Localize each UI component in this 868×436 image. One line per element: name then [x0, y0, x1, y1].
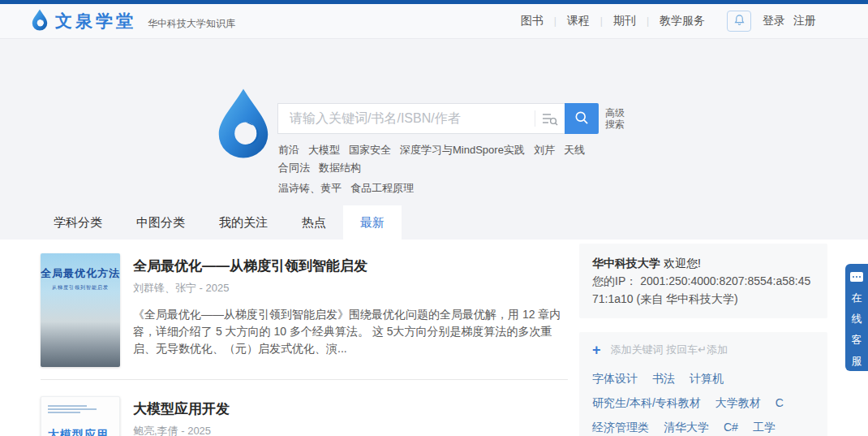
keyword-link[interactable]: 大学教材: [715, 396, 761, 411]
main-content: 全局最优化方法 从梯度引领到智能启发 全局最优化——从梯度引领到智能启发 刘群锋…: [0, 240, 868, 436]
book-list: 全局最优化方法 从梯度引领到智能启发 全局最优化——从梯度引领到智能启发 刘群锋…: [41, 253, 568, 436]
keyword-link[interactable]: 研究生/本科/专科教材: [592, 396, 701, 411]
hot-keyword[interactable]: 刘芹: [534, 143, 555, 158]
wenquan-drop-logo-large-icon: [214, 88, 273, 162]
keyword-link[interactable]: 经济管理类: [592, 421, 649, 435]
book-cover[interactable]: 全局最优化方法 从梯度引领到智能启发: [41, 253, 120, 367]
service-char: 客: [852, 332, 862, 348]
book-cover-subtitle: 从梯度引领到智能启发: [41, 284, 120, 291]
book-list-item: 大模型应用开发 大模型应用开发 鲍亮,李倩 - 2025 《大模型应用开发》系统…: [41, 396, 568, 436]
keyword-link[interactable]: C: [776, 396, 784, 411]
batch-search-icon[interactable]: [535, 110, 558, 127]
tab-latest[interactable]: 最新: [343, 205, 402, 240]
my-keywords-box: + 添加关键词 按回车↵添加 字体设计 书法 计算机 研究生/本科/专科教材 大…: [579, 332, 827, 436]
book-title-link[interactable]: 全局最优化——从梯度引领到智能启发: [133, 257, 571, 275]
keyword-link[interactable]: 清华大学: [664, 421, 709, 435]
keyword-link[interactable]: 工学: [753, 421, 776, 435]
online-service-tab[interactable]: 在 线 客 服: [845, 264, 868, 371]
nav-teaching-services[interactable]: 教学服务: [649, 14, 715, 28]
hot-keyword[interactable]: 天线: [564, 143, 585, 158]
hero-search-section: 高级 搜索 前沿 大模型 国家安全 深度学习与MindSpore实践 刘芹 天线…: [0, 39, 868, 240]
hot-keyword[interactable]: 合同法: [278, 161, 310, 175]
nav-books[interactable]: 图书: [510, 14, 554, 28]
keyword-list: 字体设计 书法 计算机 研究生/本科/专科教材 大学教材 C 经济管理类 清华大…: [592, 372, 814, 435]
search-button[interactable]: [565, 103, 599, 134]
add-keyword-row[interactable]: + 添加关键词 按回车↵添加: [592, 343, 814, 357]
keyword-link[interactable]: C#: [724, 421, 738, 435]
hot-keyword[interactable]: 前沿: [278, 143, 299, 158]
cover-decor-lines: [48, 405, 97, 413]
keyword-link[interactable]: 字体设计: [592, 372, 638, 386]
bell-icon: [733, 14, 746, 29]
chat-bubble-icon: [850, 272, 863, 282]
tab-hot[interactable]: 热点: [285, 205, 343, 240]
book-cover[interactable]: 大模型应用开发: [41, 396, 120, 436]
book-cover-title: 大模型应用开发: [48, 428, 113, 436]
ip-label: 您的IP：: [592, 274, 637, 287]
university-name: 华中科技大学: [592, 257, 660, 270]
hot-keyword[interactable]: 温诗铸、黄平: [278, 181, 342, 196]
advanced-search-link[interactable]: 高级 搜索: [605, 107, 625, 130]
advanced-search-line2: 搜索: [605, 119, 625, 130]
brand-subtitle: 华中科技大学知识库: [148, 17, 235, 31]
advanced-search-line1: 高级: [605, 107, 625, 119]
header-nav: 图书 | 课程 | 期刊 | 教学服务: [510, 14, 715, 28]
hot-keyword[interactable]: 大模型: [308, 143, 340, 158]
add-keyword-placeholder[interactable]: 添加关键词 按回车↵添加: [611, 343, 728, 357]
keyword-link[interactable]: 计算机: [690, 372, 724, 386]
service-char: 服: [852, 353, 862, 369]
nav-journals[interactable]: 期刊: [603, 14, 647, 28]
tab-clc-category[interactable]: 中图分类: [119, 205, 202, 240]
list-divider: [41, 379, 568, 380]
service-char: 线: [852, 311, 862, 327]
book-authors-year: 刘群锋、张宁 - 2025: [133, 281, 571, 296]
hot-keyword[interactable]: 国家安全: [349, 143, 391, 158]
tab-subject-category[interactable]: 学科分类: [37, 205, 119, 240]
book-list-item: 全局最优化方法 从梯度引领到智能启发 全局最优化——从梯度引领到智能启发 刘群锋…: [41, 253, 568, 367]
book-description: 《全局最优化——从梯度引领到智能启发》围绕最优化问题的全局最优解，用 12 章内…: [133, 306, 571, 357]
hot-keyword[interactable]: 食品工程原理: [350, 181, 414, 196]
sidebar: 华中科技大学 欢迎您! 您的IP： 2001:250:4000:8207:855…: [579, 244, 827, 436]
header: 文泉学堂 华中科技大学知识库 图书 | 课程 | 期刊 | 教学服务 登录 注册: [0, 4, 868, 39]
search-magnifier-icon: [574, 110, 590, 128]
notification-bell-button[interactable]: [727, 11, 751, 32]
category-tabs: 学科分类 中图分类 我的关注 热点 最新: [37, 205, 402, 240]
hot-keyword[interactable]: 深度学习与MindSpore实践: [400, 143, 525, 158]
book-title-link[interactable]: 大模型应用开发: [133, 399, 571, 418]
keyword-link[interactable]: 书法: [652, 372, 675, 386]
search-bar: [277, 103, 565, 134]
welcome-text: 欢迎您!: [664, 257, 701, 270]
book-cover-title: 全局最优化方法: [41, 266, 120, 281]
welcome-box: 华中科技大学 欢迎您! 您的IP： 2001:250:4000:8207:855…: [579, 244, 827, 318]
search-input[interactable]: [290, 111, 535, 126]
login-link[interactable]: 登录: [763, 14, 785, 28]
hot-keywords: 前沿 大模型 国家安全 深度学习与MindSpore实践 刘芹 天线 合同法 数…: [278, 143, 611, 201]
brand[interactable]: 文泉学堂 华中科技大学知识库: [31, 9, 235, 34]
tab-my-follows[interactable]: 我的关注: [202, 205, 285, 240]
plus-icon[interactable]: +: [592, 343, 601, 357]
register-link[interactable]: 注册: [793, 14, 816, 28]
book-authors-year: 鲍亮,李倩 - 2025: [133, 424, 571, 436]
wenquan-drop-logo-icon: [31, 9, 49, 34]
nav-courses[interactable]: 课程: [556, 14, 600, 28]
brand-name: 文泉学堂: [55, 10, 136, 32]
service-char: 在: [852, 290, 862, 306]
hot-keyword[interactable]: 数据结构: [319, 161, 361, 175]
